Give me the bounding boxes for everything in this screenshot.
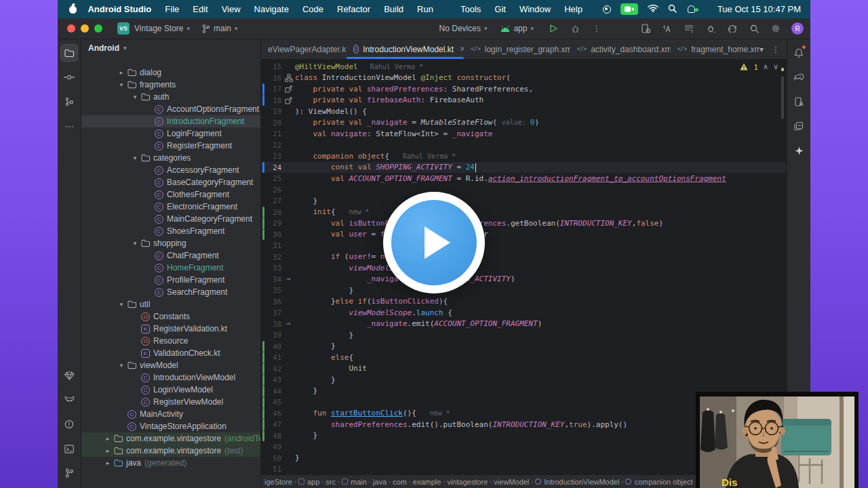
code-line-16[interactable]: 16class IntroductionViewModel @Inject co… <box>261 73 787 84</box>
code-line-18[interactable]: 18 private val firebaseAuth: FirebaseAut… <box>261 95 787 106</box>
assistant-sparkle-icon[interactable] <box>791 142 807 159</box>
crumb-com[interactable]: com <box>391 478 409 486</box>
tree-item-profilefragment[interactable]: CProfileFragment <box>81 274 260 286</box>
tree-chevron-icon[interactable]: ▾ <box>117 81 126 88</box>
tree-chevron-icon[interactable]: ▸ <box>103 435 113 442</box>
search-icon[interactable] <box>668 4 677 15</box>
code-line-20[interactable]: 20 private val _navigate = MutableStateF… <box>261 117 787 129</box>
user-switch-icon[interactable] <box>686 5 697 14</box>
notifications-bell-icon[interactable] <box>791 45 807 61</box>
device-manager-icon[interactable] <box>791 94 807 110</box>
code-line-30[interactable]: 30 val user = firebaseAuth.currentUser <box>261 229 787 241</box>
sync-icon[interactable] <box>726 22 738 35</box>
crumb-introductionviewmodel[interactable]: IntroductionViewModel <box>533 478 621 486</box>
tree-chevron-icon[interactable]: ▾ <box>130 94 140 100</box>
tree-item-java-generated[interactable]: ▸java(generated) <box>81 457 260 469</box>
device-manager-icon[interactable] <box>639 22 652 35</box>
hidden-tabs-chevron-icon[interactable]: ▾ <box>760 45 764 54</box>
more-actions-icon[interactable]: ⋮ <box>591 22 603 35</box>
settings-gear-icon[interactable] <box>770 22 782 35</box>
video-play-button[interactable] <box>383 192 485 293</box>
code-line-25[interactable]: 25 val ACCOUNT_OPTION_FRAGMENT = R.id.ac… <box>261 173 787 184</box>
tree-item-accountoptionsfragment[interactable]: CAccountOptionsFragment <box>81 103 260 115</box>
tab-fragment-home-xm[interactable]: </>fragment_home.xm <box>671 39 760 59</box>
tree-item-vintagestoreapplication[interactable]: CVintageStoreApplication <box>81 420 260 432</box>
zoom-window-button[interactable] <box>94 24 102 33</box>
tree-item-util[interactable]: ▾util <box>81 298 260 310</box>
project-selector[interactable]: Vintage Store▾ <box>134 24 190 33</box>
logcat-icon[interactable]: 5 <box>683 22 695 35</box>
camera-active-icon[interactable] <box>620 3 638 15</box>
crumb-viewmodel[interactable]: viewModel <box>492 478 531 486</box>
tree-item-electronicfragment[interactable]: CElectronicFragment <box>81 201 260 213</box>
tree-item-resource[interactable]: OResource <box>81 335 260 347</box>
tree-item-registerfragment[interactable]: CRegisterFragment <box>81 140 260 152</box>
close-tab-icon[interactable]: ✕ <box>459 45 464 54</box>
code-line-22[interactable]: 22 <box>261 140 787 151</box>
crumb-example[interactable]: example <box>411 478 443 486</box>
tab-activity-dashboard-xml[interactable]: </>activity_dashboard.xml <box>570 39 671 59</box>
run-config-selector[interactable]: app▾ <box>500 24 534 33</box>
menu-item-file[interactable]: File <box>165 4 179 14</box>
tree-item-viewmodel[interactable]: ▾viewModel <box>81 359 260 371</box>
code-line-40[interactable]: 40 } <box>261 341 787 352</box>
running-devices-icon[interactable] <box>661 22 673 35</box>
menu-item-android-studio[interactable]: Android Studio <box>87 4 151 14</box>
code-line-38[interactable]: 38→ _navigate.emit(ACCOUNT_OPTION_FRAGME… <box>261 319 787 330</box>
code-line-37[interactable]: 37 viewModelScope.launch { <box>261 307 787 319</box>
menu-item-window[interactable]: Window <box>519 4 551 14</box>
crumb-vintagestore[interactable]: vintagestore <box>445 478 490 486</box>
tree-item-loginfragment[interactable]: CLoginFragment <box>81 127 260 140</box>
more-tools-icon[interactable]: ⋯ <box>61 118 77 134</box>
tree-chevron-icon[interactable]: ▾ <box>130 155 140 161</box>
crumb-main[interactable]: main <box>340 478 369 486</box>
menu-item-refactor[interactable]: Refactor <box>337 4 370 14</box>
tree-item-registervalidation-kt[interactable]: KRegisterValidation.kt <box>81 323 260 335</box>
next-warning-icon[interactable]: ∨ <box>773 62 778 71</box>
code-line-26[interactable]: 26 <box>261 184 787 196</box>
app-insights-icon[interactable] <box>705 22 717 35</box>
screen-record-icon[interactable] <box>603 5 611 14</box>
code-line-33[interactable]: 33 viewModelScope.launch { <box>261 262 787 274</box>
code-line-15[interactable]: 15@HiltViewModel Rahul Verma * <box>261 61 787 73</box>
tree-item-searchfragment[interactable]: CSearchFragment <box>81 286 260 298</box>
tree-item-introductionfragment[interactable]: CIntroductionFragment <box>81 115 260 127</box>
code-line-35[interactable]: 35 } <box>261 285 787 296</box>
search-everywhere-icon[interactable] <box>748 22 760 35</box>
tree-item-introductionviewmodel[interactable]: CIntroductionViewModel <box>81 371 260 384</box>
code-line-19[interactable]: 19): ViewModel() { <box>261 106 787 117</box>
menu-item-view[interactable]: View <box>222 4 241 14</box>
inspections-widget[interactable]: 1 ∧ ∨ <box>740 62 778 71</box>
code-line-36[interactable]: 36 }else if(isButtonClicked){ <box>261 296 787 308</box>
arrow-gutter-icon[interactable]: → <box>283 274 294 284</box>
tab-eviewpageradapter-kt[interactable]: eViewPagerAdapter.kt <box>261 39 347 59</box>
tree-item-constants[interactable]: OConstants <box>81 310 260 323</box>
tree-item-accessoryfragment[interactable]: CAccessoryFragment <box>81 164 260 176</box>
tree-item-chatfragment[interactable]: CChatFragment <box>81 249 260 262</box>
close-window-button[interactable] <box>67 24 75 33</box>
code-line-28[interactable]: 28 init{ new * <box>261 207 787 218</box>
tree-item-clothesfragment[interactable]: CClothesFragment <box>81 188 260 201</box>
menu-item-build[interactable]: Build <box>384 4 403 14</box>
inj-gutter-icon[interactable] <box>283 84 294 94</box>
tree-item-auth[interactable]: ▾auth <box>81 91 260 103</box>
code-line-23[interactable]: 23 companion object{ Rahul Verma * <box>261 150 787 162</box>
code-line-43[interactable]: 43 } <box>261 374 787 386</box>
code-line-27[interactable]: 27 } <box>261 195 787 207</box>
menu-item-git[interactable]: Git <box>494 4 506 14</box>
debug-button[interactable] <box>569 22 581 35</box>
gradle-icon[interactable] <box>791 69 807 85</box>
crumb-src[interactable]: src <box>323 478 338 486</box>
build-variants-icon[interactable] <box>791 118 807 134</box>
commit-icon[interactable] <box>61 69 77 85</box>
tree-item-shoesfragment[interactable]: CShoesFragment <box>81 225 260 237</box>
menu-item-run[interactable]: Run <box>417 4 433 14</box>
structure-icon[interactable] <box>61 94 77 110</box>
tree-item-com-example-vintagestore-androidtest[interactable]: ▸com.example.vintagestore(androidTest) <box>81 432 260 445</box>
tree-item-basecategoryfragment[interactable]: CBaseCategoryFragment <box>81 176 260 188</box>
crumb-java[interactable]: java <box>371 478 389 486</box>
arrow-gutter-icon[interactable]: → <box>283 319 294 329</box>
cat-icon[interactable] <box>61 392 77 408</box>
tree-chevron-icon[interactable]: ▸ <box>103 460 113 466</box>
project-folder-icon[interactable] <box>61 45 77 61</box>
